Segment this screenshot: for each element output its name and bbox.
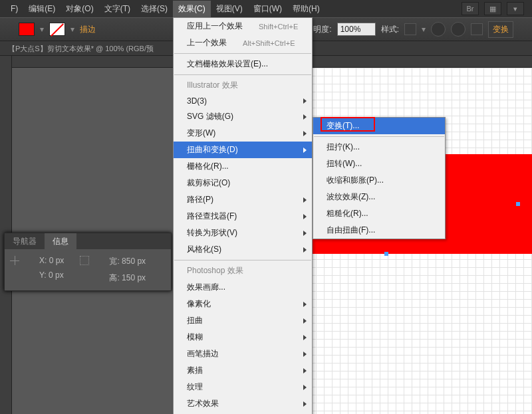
heading-illustrator: Illustrator 效果 bbox=[174, 77, 312, 94]
selection-handle[interactable] bbox=[384, 252, 388, 256]
submenu-twist[interactable]: 扭拧(K)... bbox=[313, 139, 445, 155]
chevron-right-icon bbox=[303, 148, 307, 153]
arrange-icon[interactable]: ▦ bbox=[484, 2, 501, 15]
height-readout: 高: 150 px bbox=[109, 272, 146, 284]
menu-doc-raster[interactable]: 文档栅格效果设置(E)... bbox=[174, 56, 312, 72]
menu-pixelate[interactable]: 像素化 bbox=[174, 296, 312, 312]
menu-crop-marks[interactable]: 裁剪标记(O) bbox=[174, 175, 312, 191]
submenu-zigzag[interactable]: 波纹效果(Z)... bbox=[313, 189, 445, 205]
heading-photoshop: Photoshop 效果 bbox=[174, 262, 312, 279]
stroke-label: 描边 bbox=[80, 24, 96, 35]
chevron-right-icon bbox=[303, 114, 307, 120]
menu-pathfinder[interactable]: 路径查找器(F) bbox=[174, 208, 312, 225]
submenu-transform[interactable]: 变换(T)... bbox=[313, 118, 445, 134]
round-btn-2[interactable] bbox=[451, 22, 466, 37]
menu-distort-ps[interactable]: 扭曲 bbox=[174, 312, 312, 329]
menu-warp[interactable]: 变形(W) bbox=[174, 125, 312, 142]
separator bbox=[314, 136, 444, 137]
position-icon bbox=[10, 256, 19, 265]
chevron-right-icon bbox=[303, 214, 307, 219]
menu-artistic[interactable]: 艺术效果 bbox=[174, 395, 312, 412]
chevron-right-icon bbox=[303, 247, 307, 253]
menu-file[interactable]: F) bbox=[5, 1, 23, 16]
menu-distort-transform[interactable]: 扭曲和变换(D) bbox=[174, 142, 312, 158]
submenu-free-distort[interactable]: 自由扭曲(F)... bbox=[313, 222, 445, 239]
dimension-icon bbox=[80, 256, 89, 265]
menu-view[interactable]: 视图(V) bbox=[211, 1, 248, 17]
menu-3d[interactable]: 3D(3) bbox=[174, 94, 312, 108]
menu-brush-strokes[interactable]: 画笔描边 bbox=[174, 346, 312, 362]
menu-rasterize[interactable]: 栅格化(R)... bbox=[174, 158, 312, 175]
info-panel: 导航器 信息 X: 0 px Y: 0 px 宽: 850 px 高: 150 … bbox=[4, 233, 172, 291]
tab-info[interactable]: 信息 bbox=[45, 233, 76, 250]
submenu-pucker[interactable]: 收缩和膨胀(P)... bbox=[313, 172, 445, 189]
menu-object[interactable]: 对象(O) bbox=[61, 1, 98, 17]
menu-texture[interactable]: 纹理 bbox=[174, 379, 312, 395]
info-panel-body: X: 0 px Y: 0 px 宽: 850 px 高: 150 px bbox=[5, 249, 171, 290]
fill-swatch[interactable] bbox=[19, 23, 35, 36]
menu-help[interactable]: 帮助(H) bbox=[287, 1, 325, 17]
chevron-right-icon bbox=[303, 131, 307, 136]
stroke-swatch[interactable] bbox=[49, 23, 65, 36]
chevron-right-icon bbox=[303, 302, 307, 307]
opacity-input[interactable] bbox=[337, 23, 376, 36]
chevron-right-icon bbox=[303, 385, 307, 390]
menu-window[interactable]: 窗口(W) bbox=[248, 1, 287, 17]
round-btn-1[interactable] bbox=[431, 22, 446, 37]
menu-apply-last-effect[interactable]: 应用上一个效果Shift+Ctrl+E bbox=[174, 18, 312, 35]
submenu-roughen[interactable]: 粗糙化(R)... bbox=[313, 205, 445, 222]
effects-dropdown: 应用上一个效果Shift+Ctrl+E 上一个效果Alt+Shift+Ctrl+… bbox=[173, 17, 313, 414]
menu-convert-shape[interactable]: 转换为形状(V) bbox=[174, 225, 312, 241]
menu-select[interactable]: 选择(S) bbox=[136, 1, 173, 17]
align-btn[interactable] bbox=[471, 23, 483, 35]
menu-svg-filters[interactable]: SVG 滤镜(G) bbox=[174, 108, 312, 125]
transform-button[interactable]: 变换 bbox=[488, 21, 513, 38]
distort-submenu: 变换(T)... 扭拧(K)... 扭转(W)... 收缩和膨胀(P)... 波… bbox=[313, 117, 446, 239]
y-readout: Y: 0 px bbox=[39, 270, 64, 280]
menu-text[interactable]: 文字(T) bbox=[99, 1, 136, 17]
separator bbox=[174, 260, 311, 260]
style-label: 样式: bbox=[381, 24, 399, 35]
menu-last-effect[interactable]: 上一个效果Alt+Shift+Ctrl+E bbox=[174, 35, 312, 51]
menu-edit[interactable]: 编辑(E) bbox=[23, 1, 61, 17]
chevron-right-icon bbox=[303, 401, 307, 407]
chevron-right-icon bbox=[303, 318, 307, 324]
tab-navigator[interactable]: 导航器 bbox=[5, 233, 45, 250]
chevron-right-icon bbox=[303, 98, 307, 104]
bridge-button[interactable]: Br bbox=[462, 2, 479, 15]
menu-blur[interactable]: 模糊 bbox=[174, 329, 312, 346]
x-readout: X: 0 px bbox=[39, 256, 64, 265]
menu-gallery[interactable]: 效果画廊... bbox=[174, 279, 312, 296]
menubar: F) 编辑(E) 对象(O) 文字(T) 选择(S) 效果(C) 视图(V) 窗… bbox=[0, 0, 532, 17]
chevron-right-icon bbox=[303, 335, 307, 340]
chevron-right-icon bbox=[303, 368, 307, 373]
width-readout: 宽: 850 px bbox=[109, 256, 146, 267]
chevron-right-icon bbox=[303, 197, 307, 203]
menu-sketch[interactable]: 素描 bbox=[174, 362, 312, 379]
menu-path[interactable]: 路径(P) bbox=[174, 191, 312, 208]
menubar-right: Br ▦ ▾ bbox=[462, 2, 532, 15]
submenu-twirl[interactable]: 扭转(W)... bbox=[313, 155, 445, 172]
selection-handle[interactable] bbox=[516, 202, 520, 206]
dropdown-icon[interactable]: ▾ bbox=[507, 2, 524, 15]
separator bbox=[174, 53, 311, 54]
menu-effects[interactable]: 效果(C) bbox=[173, 1, 211, 17]
chevron-right-icon bbox=[303, 231, 307, 236]
style-swatch[interactable] bbox=[404, 23, 416, 35]
separator bbox=[174, 74, 311, 75]
info-panel-tabs: 导航器 信息 bbox=[5, 233, 171, 249]
chevron-right-icon bbox=[303, 352, 307, 357]
menu-stylize-ai[interactable]: 风格化(S) bbox=[174, 241, 312, 258]
